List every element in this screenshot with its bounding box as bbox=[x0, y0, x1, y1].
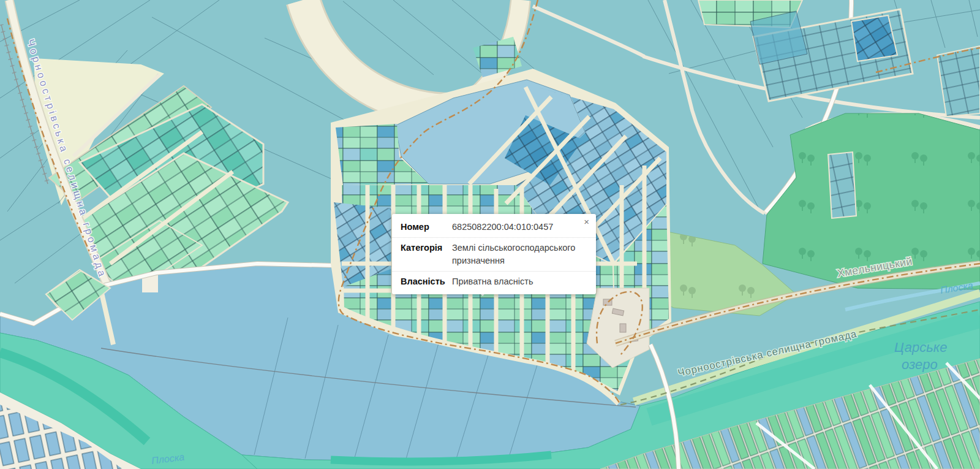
popup-row-number: Номер 6825082200:04:010:0457 bbox=[392, 217, 596, 237]
cadastral-map-viewport: Чорноострівська селищна громада Чорноост… bbox=[0, 0, 980, 469]
popup-label-category: Категорія bbox=[401, 242, 452, 267]
popup-close-button[interactable]: × bbox=[582, 216, 590, 227]
popup-value-ownership: Приватна власність bbox=[452, 275, 587, 288]
popup-value-number: 6825082200:04:010:0457 bbox=[452, 221, 587, 234]
popup-row-category: Категорія Землі сільськогосподарського п… bbox=[392, 237, 596, 271]
popup-row-ownership: Власність Приватна власність bbox=[392, 271, 596, 292]
parcel-info-popup: × Номер 6825082200:04:010:0457 Категорія… bbox=[392, 214, 596, 294]
popup-label-number: Номер bbox=[401, 221, 452, 234]
popup-label-ownership: Власність bbox=[401, 275, 452, 288]
lake-name-line2: озеро bbox=[902, 357, 938, 372]
lake-name-line1: Царське bbox=[894, 340, 947, 355]
popup-value-category: Землі сільськогосподарського призначення bbox=[452, 242, 587, 267]
